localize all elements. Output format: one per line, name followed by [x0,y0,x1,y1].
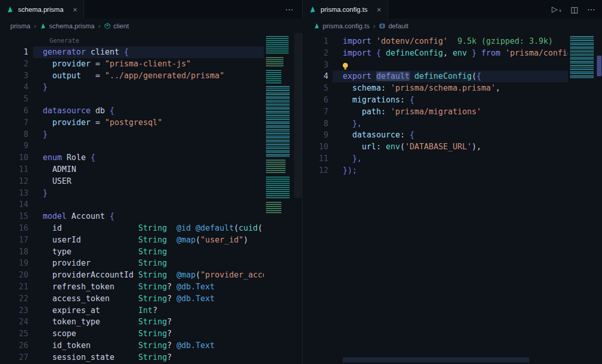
code-line[interactable]: }, [343,153,568,165]
code-line[interactable] [43,199,264,211]
code-token: , [496,83,500,93]
breadcrumb-item[interactable]: prisma [10,22,30,30]
close-icon[interactable]: × [377,6,381,13]
horizontal-scrollbar-thumb[interactable] [343,357,529,362]
scrollbar-thumb[interactable] [294,33,302,198]
code-token: String [138,341,167,350]
code-token: ( [400,142,405,151]
code-token: datasource [43,106,91,115]
editor-actions: ▷ ∨ ◫ ⋯ [551,0,596,19]
code-line[interactable]: userId String @map("user_id") [43,234,264,246]
scrollbar-thumb[interactable] [597,56,601,76]
code-line[interactable]: export default defineConfig({ [332,71,568,82]
line-number: 17 [0,234,28,246]
close-icon[interactable]: × [73,6,77,13]
code-line[interactable]: } [43,129,264,141]
code-line[interactable]: } [43,81,264,93]
code-token: scope [43,329,138,338]
code-token: cuid [239,223,258,233]
more-actions-icon[interactable]: ⋯ [285,0,294,19]
code-line[interactable]: } [43,187,264,199]
code-line[interactable]: providerAccountId String @map("provider_… [43,269,264,281]
tab-schema-prisma[interactable]: schema.prisma × [0,0,84,19]
code-line[interactable] [343,59,568,71]
line-number: 8 [303,118,328,130]
run-button[interactable]: ▷ ∨ [551,5,561,14]
code-line[interactable]: }); [343,165,568,177]
code-token: { [110,212,114,221]
more-actions-icon[interactable]: ⋯ [587,5,596,14]
code-line[interactable]: datasource: { [343,129,568,141]
code-line[interactable]: datasource db { [43,105,264,117]
breadcrumb-item[interactable]: schema.prisma [40,22,94,30]
code-token [343,107,362,116]
code-token: provider [53,118,91,127]
left-minimap[interactable] [264,36,294,217]
prisma-icon [6,6,14,13]
code-token: { [110,106,114,115]
code-line[interactable]: access_token String? @db.Text [43,293,264,305]
code-token: : [400,130,410,140]
code-token: String [138,235,167,245]
code-line[interactable]: url: env('DATABASE_URL'), [343,141,568,153]
breadcrumb-item[interactable]: client [104,22,129,30]
code-token: 'prisma/config' [505,48,568,58]
code-token [343,154,353,163]
right-minimap[interactable] [568,36,597,82]
code-token [343,142,362,151]
code-token: defineConfig [386,48,443,58]
editor-pane-prisma-config: 123456789101112 import 'dotenv/config' 9… [303,33,602,364]
breadcrumb-label: client [113,22,129,30]
codelens-generate[interactable]: Generate [43,36,264,46]
line-number: 21 [0,281,28,293]
split-editor-icon[interactable]: ◫ [571,5,578,14]
code-line[interactable]: enum Role { [43,152,264,164]
code-line[interactable]: id_token String? @db.Text [43,340,264,352]
code-line[interactable]: path: 'prisma/migrations' [343,106,568,118]
code-line[interactable]: token_type String? [43,316,264,328]
code-line[interactable]: import 'dotenv/config' 9.5k (gzipped: 3.… [343,36,568,47]
code-token: { [376,48,386,58]
code-token: client [86,47,124,57]
breadcrumb-item[interactable]: default [379,22,408,30]
code-line[interactable]: ADMIN [43,164,264,176]
code-token [167,270,177,280]
line-number: 23 [0,305,28,317]
editor-group-left-tabs: schema.prisma × ⋯ [0,0,303,19]
code-line[interactable]: migrations: { [343,94,568,106]
code-line[interactable]: type String [43,246,264,258]
lightbulb-icon[interactable] [343,63,348,68]
line-number: 16 [0,222,28,234]
code-token: access_token [43,294,138,303]
code-line[interactable]: import { defineConfig, env } from 'prism… [343,47,568,59]
breadcrumb-label: prisma [10,22,30,30]
code-token: model [43,212,66,221]
code-line[interactable]: session_state String? [43,352,264,363]
code-token: } [467,48,481,58]
code-line[interactable] [43,93,264,105]
code-line[interactable]: generator client { [33,46,264,58]
code-token: env [386,142,400,151]
code-line[interactable]: expires_at Int? [43,305,264,317]
code-line[interactable]: schema: 'prisma/schema.prisma', [343,82,568,94]
code-token: @db.Text [176,294,214,303]
code-line[interactable] [43,140,264,152]
code-token [43,59,53,68]
code-line[interactable]: id String @id @default(cuid()) [43,222,264,234]
code-token: ()) [258,223,264,233]
code-line[interactable]: provider = "postgresql" [43,117,264,129]
tab-prisma-config[interactable]: prisma.config.ts × [303,0,388,19]
code-line[interactable]: provider = "prisma-client-js" [43,58,264,70]
breadcrumb-item[interactable]: prisma.config.ts [313,22,370,30]
code-token: } [43,130,47,139]
line-number: 12 [303,165,328,177]
code-line[interactable]: USER [43,176,264,187]
code-line[interactable]: }, [343,118,568,130]
code-line[interactable]: model Account { [43,211,264,222]
code-line[interactable]: output = "../app/generated/prisma" [43,70,264,82]
editor-group-right-tabs: prisma.config.ts × ▷ ∨ ◫ ⋯ [303,0,602,19]
chevron-down-icon: ∨ [559,8,562,13]
code-line[interactable]: refresh_token String? @db.Text [43,281,264,293]
code-line[interactable]: scope String? [43,328,264,340]
code-line[interactable]: provider String [43,257,264,269]
